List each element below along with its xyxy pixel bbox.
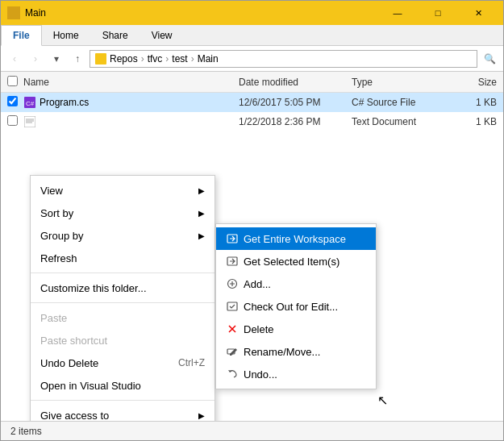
menu-item-give-access-label: Give access to bbox=[40, 410, 198, 422]
menu-item-sort[interactable]: Sort by ▶ bbox=[31, 202, 215, 224]
file-type-2: Text Document bbox=[352, 116, 448, 127]
menu-item-paste-shortcut-label: Paste shortcut bbox=[40, 335, 205, 347]
col-type-header[interactable]: Type bbox=[352, 77, 448, 88]
file-checkbox-2[interactable] bbox=[7, 115, 18, 126]
file-type-1: C# Source File bbox=[352, 97, 448, 108]
window-icon bbox=[7, 6, 20, 19]
menu-item-open-vs[interactable]: Open in Visual Studio bbox=[31, 374, 215, 397]
svg-rect-9 bbox=[227, 302, 237, 310]
file-size-2: 1 KB bbox=[448, 116, 497, 127]
file-date-1: 12/6/2017 5:05 PM bbox=[239, 97, 352, 108]
submenu-arrow-sort: ▶ bbox=[198, 209, 205, 218]
separator-2 bbox=[31, 302, 215, 303]
tfs-get-workspace-label: Get Entire Workspace bbox=[244, 233, 366, 245]
menu-item-group[interactable]: Group by ▶ bbox=[31, 224, 215, 247]
tfs-rename-label: Rename/Move... bbox=[244, 346, 366, 358]
file-date-2: 1/22/2018 2:36 PM bbox=[239, 116, 352, 127]
forward-button[interactable]: › bbox=[27, 50, 44, 68]
path-tfvc[interactable]: tfvc bbox=[148, 53, 163, 64]
status-text: 2 items bbox=[10, 426, 42, 437]
path-main[interactable]: Main bbox=[198, 53, 219, 64]
tfs-menu-get-workspace[interactable]: Get Entire Workspace bbox=[216, 227, 376, 250]
tfs-submenu: Get Entire Workspace Get Selected Item(s… bbox=[215, 223, 377, 389]
svg-text:C#: C# bbox=[26, 100, 35, 107]
tfs-add-icon bbox=[226, 277, 239, 290]
menu-item-view[interactable]: View ▶ bbox=[31, 179, 215, 202]
select-all-checkbox[interactable] bbox=[7, 76, 18, 86]
maximize-button[interactable]: □ bbox=[419, 1, 456, 25]
path-repos[interactable]: Repos bbox=[110, 53, 138, 64]
tfs-checkout-icon bbox=[226, 300, 239, 313]
title-bar-buttons: — □ ✕ bbox=[379, 1, 497, 25]
menu-item-open-vs-label: Open in Visual Studio bbox=[40, 380, 205, 392]
up-button[interactable]: ↑ bbox=[69, 50, 86, 68]
minimize-button[interactable]: — bbox=[379, 1, 416, 25]
tfs-add-label: Add... bbox=[244, 278, 366, 290]
col-date-header[interactable]: Date modified bbox=[239, 77, 352, 88]
file-name-1: Program.cs bbox=[40, 97, 239, 108]
close-button[interactable]: ✕ bbox=[460, 1, 497, 25]
menu-item-undo-delete[interactable]: Undo Delete Ctrl+Z bbox=[31, 352, 215, 374]
address-bar: ‹ › ▾ ↑ Repos › tfvc › test › Main 🔍 bbox=[1, 46, 503, 72]
tfs-menu-get-selected[interactable]: Get Selected Item(s) bbox=[216, 250, 376, 273]
txt-file-icon bbox=[23, 115, 36, 128]
title-bar: Main — □ ✕ bbox=[1, 1, 503, 25]
tfs-undo-label: Undo... bbox=[244, 368, 366, 381]
tfs-menu-undo[interactable]: Undo... bbox=[216, 363, 376, 385]
svg-rect-2 bbox=[24, 116, 35, 127]
search-button[interactable]: 🔍 bbox=[481, 50, 498, 68]
check-all[interactable] bbox=[7, 76, 23, 89]
address-path[interactable]: Repos › tfvc › test › Main bbox=[90, 50, 477, 68]
menu-item-give-access[interactable]: Give access to ▶ bbox=[31, 404, 215, 421]
table-row[interactable]: C# Program.cs 12/6/2017 5:05 PM C# Sourc… bbox=[1, 93, 503, 112]
undo-shortcut: Ctrl+Z bbox=[178, 357, 205, 368]
tfs-delete-label: Delete bbox=[244, 323, 366, 335]
path-folder-icon bbox=[95, 53, 106, 64]
tfs-menu-delete[interactable]: Delete bbox=[216, 318, 376, 340]
explorer-window: Main — □ ✕ File Home Share View ‹ › ▾ ↑ … bbox=[0, 0, 504, 441]
mouse-cursor: ↖ bbox=[377, 393, 388, 408]
cs-file-icon: C# bbox=[23, 96, 36, 109]
tfs-get-workspace-icon bbox=[226, 232, 239, 245]
tfs-menu-add[interactable]: Add... bbox=[216, 273, 376, 295]
submenu-arrow-view: ▶ bbox=[198, 186, 205, 195]
separator-3 bbox=[31, 400, 215, 401]
tab-home[interactable]: Home bbox=[42, 25, 91, 45]
col-size-header[interactable]: Size bbox=[448, 77, 497, 88]
table-row[interactable]: 1/22/2018 2:36 PM Text Document 1 KB bbox=[1, 112, 503, 131]
tab-view[interactable]: View bbox=[140, 25, 185, 45]
submenu-arrow-give-access: ▶ bbox=[198, 411, 205, 420]
tfs-undo-icon bbox=[226, 368, 239, 381]
context-menu: View ▶ Sort by ▶ Group by ▶ Refresh Cust… bbox=[30, 175, 215, 421]
menu-item-refresh[interactable]: Refresh bbox=[31, 247, 215, 269]
back-button[interactable]: ‹ bbox=[6, 50, 23, 68]
menu-item-sort-label: Sort by bbox=[40, 207, 198, 219]
menu-item-paste-shortcut[interactable]: Paste shortcut bbox=[31, 329, 215, 352]
path-test[interactable]: test bbox=[172, 53, 187, 64]
recent-button[interactable]: ▾ bbox=[48, 50, 65, 68]
tfs-menu-checkout[interactable]: Check Out for Edit... bbox=[216, 295, 376, 318]
col-name-header[interactable]: Name bbox=[23, 77, 239, 88]
file-list[interactable]: Name Date modified Type Size C# Program.… bbox=[1, 72, 503, 421]
separator-1 bbox=[31, 273, 215, 273]
window-title: Main bbox=[25, 7, 46, 19]
submenu-arrow-group: ▶ bbox=[198, 231, 205, 240]
menu-item-view-label: View bbox=[40, 185, 198, 197]
menu-item-customize[interactable]: Customize this folder... bbox=[31, 277, 215, 299]
menu-item-refresh-label: Refresh bbox=[40, 252, 205, 264]
tfs-rename-icon bbox=[226, 345, 239, 358]
file-checkbox-1[interactable] bbox=[7, 96, 18, 106]
column-headers: Name Date modified Type Size bbox=[1, 72, 503, 93]
menu-item-group-label: Group by bbox=[40, 230, 198, 242]
menu-item-paste[interactable]: Paste bbox=[31, 306, 215, 329]
tab-file[interactable]: File bbox=[1, 25, 42, 46]
tfs-delete-icon bbox=[226, 322, 239, 335]
tfs-checkout-label: Check Out for Edit... bbox=[244, 301, 366, 313]
tfs-get-selected-label: Get Selected Item(s) bbox=[244, 256, 366, 268]
menu-item-paste-label: Paste bbox=[40, 312, 205, 324]
tab-share[interactable]: Share bbox=[91, 25, 140, 45]
content-area: Name Date modified Type Size C# Program.… bbox=[1, 72, 503, 421]
status-bar: 2 items bbox=[1, 421, 503, 440]
tfs-menu-rename[interactable]: Rename/Move... bbox=[216, 340, 376, 363]
menu-item-undo-delete-label: Undo Delete bbox=[40, 357, 162, 369]
